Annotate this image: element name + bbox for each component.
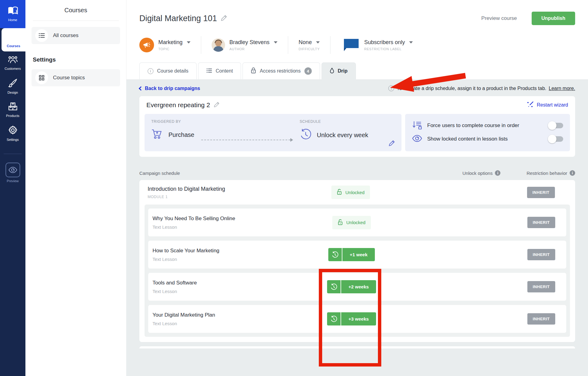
history-icon	[327, 280, 341, 293]
tab-access-restrictions[interactable]: Access restrictions 4	[243, 62, 320, 79]
course-header: Digital Marketing 101 Preview course Unp…	[126, 0, 588, 79]
restriction-value: Subscribers only	[364, 39, 405, 46]
lesson-row: Why You Need To Be Selling Online Text L…	[148, 209, 566, 236]
lesson-row: Tools and Software Text Lesson +2 weeks …	[148, 273, 566, 301]
sidebar-title: Courses	[25, 7, 126, 14]
inherit-badge[interactable]: INHERIT	[527, 249, 556, 260]
module-subtitle: MODULE 1	[148, 195, 305, 199]
sidebar-item-courses[interactable]: Courses	[2, 28, 25, 51]
force-order-toggle[interactable]	[549, 123, 563, 128]
main-area: Digital Marketing 101 Preview course Unp…	[126, 0, 588, 376]
lesson-title: Why You Need To Be Selling Online	[153, 216, 306, 222]
restriction-behavior-header: Restriction behavior	[526, 171, 567, 176]
history-icon	[327, 312, 341, 325]
info-icon[interactable]: i	[570, 170, 575, 176]
unlock-delay-badge[interactable]: +2 weeks	[327, 280, 376, 293]
unlock-delay-badge[interactable]: +1 week	[328, 248, 375, 261]
info-icon: i	[148, 68, 153, 74]
sidebar-item-course-topics[interactable]: Course topics	[32, 69, 120, 86]
meta-divider	[330, 36, 330, 54]
info-icon[interactable]: i	[495, 170, 500, 176]
author-dropdown[interactable]: Bradley Stevens AUTHOR	[212, 38, 277, 52]
settings-heading: Settings	[33, 56, 126, 63]
edit-schedule-icon[interactable]	[389, 140, 395, 148]
unlock-status-badge[interactable]: Unlocked	[331, 186, 370, 199]
back-to-drip-campaigns-link[interactable]: Back to drip campaigns	[139, 86, 200, 91]
inherit-badge[interactable]: INHERIT	[527, 217, 556, 228]
sidebar-item-preview[interactable]: Preview	[0, 158, 25, 186]
inherit-badge[interactable]: INHERIT	[527, 281, 556, 292]
lesson-type: Text Lesson	[153, 257, 306, 262]
course-options-panel: Force users to complete course in order …	[405, 114, 570, 151]
delay-label: +2 weeks	[341, 280, 376, 293]
restrictions-count-badge: 4	[304, 67, 312, 75]
sidebar-item-label: Course topics	[53, 75, 85, 81]
toggle-label: Force users to complete course in order	[427, 122, 519, 129]
triggered-by-label: TRIGGERED BY	[151, 119, 194, 124]
sequential-lock-icon	[412, 120, 422, 131]
sidebar-item-design[interactable]: Design	[0, 74, 25, 98]
sidebar-divider	[33, 21, 119, 21]
campaign-card: Evergreen repeating 2 Restart wizard TRI…	[139, 96, 575, 157]
droplet-icon	[330, 68, 334, 75]
activation-note-text: To activate a drip schedule, assign it t…	[397, 86, 546, 91]
restart-wizard-link[interactable]: Restart wizard	[527, 101, 568, 109]
sidebar-item-home[interactable]: Home	[0, 0, 25, 28]
sidebar-item-label: Settings	[7, 138, 19, 141]
restriction-label-dropdown[interactable]: Subscribers only RESTRICTION LABEL	[341, 37, 413, 53]
sidebar-item-products[interactable]: Products	[0, 98, 25, 121]
tab-label: Content	[216, 68, 233, 74]
preview-course-link[interactable]: Preview course	[481, 15, 517, 21]
campaign-schedule-header: Campaign schedule	[139, 171, 180, 176]
meta-divider	[201, 36, 201, 54]
sidebar-item-label: Products	[6, 114, 19, 118]
nav-rail: Home Courses Customers Design Products S…	[0, 0, 25, 376]
activation-note: i To activate a drip schedule, assign it…	[388, 85, 575, 91]
wand-icon	[527, 101, 534, 109]
campaign-name: Evergreen repeating 2	[146, 101, 210, 109]
eye-icon	[6, 163, 20, 177]
list-icon	[35, 29, 48, 42]
sidebar-item-customers[interactable]: Customers	[0, 51, 25, 74]
trigger-schedule-panel: TRIGGERED BY Purchase SCHEDULE Unloc	[145, 114, 401, 151]
book-icon	[8, 6, 18, 16]
paintbrush-icon	[8, 78, 17, 89]
inherit-badge[interactable]: INHERIT	[527, 187, 555, 198]
unlock-status-badge[interactable]: Unlocked	[332, 216, 371, 229]
topic-label: TOPIC	[158, 47, 190, 51]
edit-title-icon[interactable]	[221, 14, 228, 22]
sidebar-item-label: Design	[7, 91, 18, 94]
unpublish-button[interactable]: Unpublish	[532, 12, 575, 25]
difficulty-label: DIFFICULTY	[299, 47, 320, 51]
learn-more-link[interactable]: Learn more.	[549, 86, 575, 91]
unlock-open-icon	[338, 219, 343, 226]
tab-drip[interactable]: Drip	[322, 62, 356, 79]
lock-icon	[251, 67, 256, 75]
tab-course-details[interactable]: i Course details	[139, 62, 197, 79]
schedule-column-headers: Campaign schedule Unlock optionsi Restri…	[139, 170, 575, 176]
sidebar-item-settings[interactable]: Settings	[0, 121, 25, 145]
sidebar-item-label: Courses	[7, 44, 20, 48]
gear-icon	[8, 126, 17, 136]
unlock-delay-badge[interactable]: +3 weeks	[327, 312, 376, 325]
flag-icon	[341, 37, 360, 53]
topic-dropdown[interactable]: Marketing TOPIC	[139, 38, 190, 52]
flow-arrow	[201, 134, 293, 146]
lesson-type: Text Lesson	[153, 321, 306, 326]
chevron-left-icon	[139, 86, 143, 90]
toggle-label: Show locked content in lesson lists	[427, 136, 508, 142]
tab-content[interactable]: Content	[198, 62, 241, 79]
lesson-type: Text Lesson	[153, 224, 306, 230]
edit-campaign-name-icon[interactable]	[214, 101, 220, 109]
show-locked-toggle[interactable]	[549, 136, 563, 142]
nav-divider	[4, 154, 22, 154]
author-label: AUTHOR	[229, 47, 277, 51]
inherit-badge[interactable]: INHERIT	[527, 313, 556, 325]
sidebar-item-all-courses[interactable]: All courses	[32, 27, 120, 44]
difficulty-dropdown[interactable]: None DIFFICULTY	[299, 39, 320, 51]
schedule-label: SCHEDULE	[300, 119, 368, 124]
delay-label: +1 week	[342, 248, 375, 261]
info-icon: i	[388, 85, 394, 91]
course-meta-row: Marketing TOPIC Bradley Stevens AUTHOR N…	[139, 36, 575, 55]
sidebar-item-label: All courses	[53, 32, 78, 39]
